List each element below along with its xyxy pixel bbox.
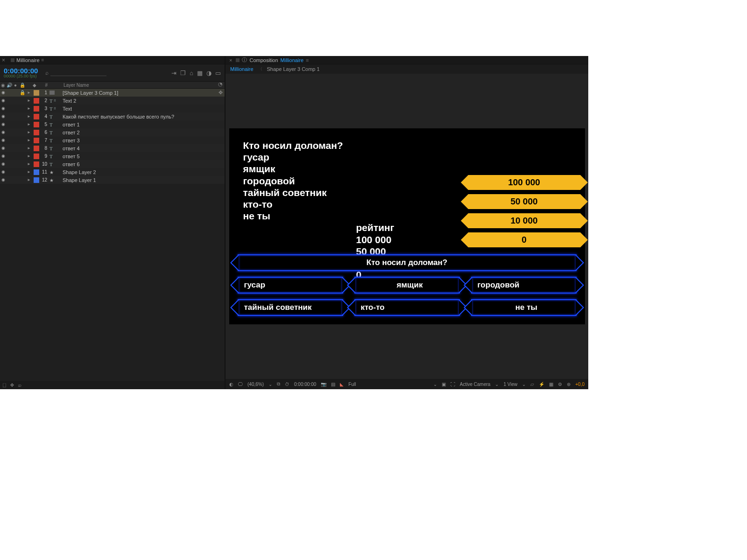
chevron-down-icon[interactable]: ⌄: [433, 382, 437, 387]
layer-search[interactable]: ⌕: [45, 70, 167, 76]
tab-menu-icon[interactable]: ≡: [306, 57, 309, 63]
twirl-icon[interactable]: ►: [27, 146, 33, 150]
frame-blend-icon[interactable]: ▦: [197, 70, 203, 77]
layer-row[interactable]: ◉🔒►1[Shape Layer 3 Comp 1]: [0, 89, 225, 97]
video-toggle-icon[interactable]: ◉: [1, 98, 5, 103]
monitor-icon[interactable]: 🖵: [238, 382, 243, 387]
video-toggle-icon[interactable]: ◉: [1, 91, 5, 95]
twirl-icon[interactable]: ►: [27, 114, 33, 119]
pixel-aspect-icon[interactable]: ▱: [530, 382, 534, 387]
resolution-icon[interactable]: ⧉: [277, 381, 280, 387]
renderer-icon[interactable]: ⚙: [558, 382, 562, 387]
video-toggle-icon[interactable]: ◉: [1, 122, 5, 126]
twirl-icon[interactable]: ►: [27, 106, 33, 111]
layer-color-swatch[interactable]: [34, 130, 39, 135]
resolution-dropdown[interactable]: Full: [348, 382, 356, 387]
video-toggle-icon[interactable]: ◉: [1, 114, 5, 119]
toggle-modes-icon[interactable]: ❖: [10, 382, 14, 388]
lock-column-icon[interactable]: 🔒: [20, 83, 25, 88]
solo-column-icon[interactable]: ●: [14, 83, 17, 88]
current-timecode[interactable]: 0:00:00:00 00000 (25.00 fps): [4, 67, 38, 78]
layer-name-header[interactable]: Layer Name: [62, 83, 225, 88]
timeline-tab[interactable]: Millionaire ≡: [7, 57, 48, 63]
video-toggle-icon[interactable]: ◉: [1, 170, 5, 174]
channels-icon[interactable]: ▤: [331, 382, 335, 387]
breadcrumb-child[interactable]: Shape Layer 3 Comp 1: [267, 66, 320, 72]
snapshot-icon[interactable]: 📷: [321, 382, 326, 387]
transparency-grid-icon[interactable]: ▦: [549, 382, 553, 387]
layer-color-swatch[interactable]: [34, 161, 39, 167]
layer-color-swatch[interactable]: [34, 90, 39, 96]
alpha-icon[interactable]: ◐: [229, 382, 233, 387]
layer-color-swatch[interactable]: [34, 114, 39, 119]
layer-row[interactable]: ◉►9Tответ 5: [0, 152, 225, 160]
fast-preview-icon[interactable]: ⚡: [539, 382, 544, 387]
layer-name[interactable]: Text: [62, 106, 225, 112]
view-layout-icon[interactable]: ▣: [442, 382, 446, 387]
layer-name[interactable]: Какой пистолет выпускает больше всего пу…: [62, 114, 225, 119]
layer-color-swatch[interactable]: [34, 138, 39, 143]
layer-row[interactable]: ◉►8Tответ 4: [0, 144, 225, 152]
composition-mini-flowchart-icon[interactable]: ⇥: [171, 70, 176, 77]
twirl-icon[interactable]: ►: [27, 162, 33, 166]
layer-name[interactable]: Shape Layer 1: [62, 177, 225, 183]
graph-editor-icon[interactable]: ▭: [215, 70, 221, 77]
layer-row[interactable]: ◉►6Tответ 2: [0, 128, 225, 136]
layer-row[interactable]: ◉►11Shape Layer 2: [0, 168, 225, 176]
chevron-down-icon[interactable]: ⌄: [268, 382, 272, 387]
close-tab-icon[interactable]: ×: [0, 57, 7, 63]
twirl-icon[interactable]: ►: [27, 91, 33, 95]
layer-name[interactable]: ответ 3: [62, 138, 225, 143]
layer-row[interactable]: ◉►2T⌗Text 2: [0, 97, 225, 105]
twirl-icon[interactable]: ►: [27, 178, 33, 182]
layer-name[interactable]: ответ 2: [62, 130, 225, 135]
twirl-icon[interactable]: ►: [27, 122, 33, 126]
video-toggle-icon[interactable]: ◉: [1, 138, 5, 142]
draft3d-icon[interactable]: ❐: [180, 70, 186, 77]
guides-icon[interactable]: ⊕: [567, 382, 571, 387]
composition-canvas[interactable]: Кто носил доломан? гусар ямщик городовой…: [229, 128, 585, 324]
toggle-in-out-icon[interactable]: ⎄: [18, 382, 21, 388]
layer-name[interactable]: ответ 4: [62, 146, 225, 151]
layer-color-swatch[interactable]: [34, 122, 39, 127]
video-toggle-icon[interactable]: ◉: [1, 146, 5, 150]
zoom-readout[interactable]: (40,6%): [247, 382, 264, 387]
layer-name[interactable]: [Shape Layer 3 Comp 1]: [62, 90, 225, 96]
layer-color-swatch[interactable]: [34, 146, 39, 151]
region-icon[interactable]: ◣: [340, 382, 344, 387]
layer-row[interactable]: ◉►3T⌗Text: [0, 105, 225, 112]
twirl-icon[interactable]: ►: [27, 98, 33, 103]
layer-color-swatch[interactable]: [34, 106, 39, 112]
layer-row[interactable]: ◉►7Tответ 3: [0, 136, 225, 144]
lock-toggle[interactable]: 🔒: [18, 90, 27, 95]
chevron-down-icon[interactable]: ⌄: [522, 382, 526, 387]
layer-name[interactable]: ответ 6: [62, 161, 225, 167]
motion-blur-icon[interactable]: ◑: [206, 70, 211, 77]
twirl-icon[interactable]: ►: [27, 154, 33, 158]
layer-name[interactable]: ответ 1: [62, 122, 225, 127]
search-input[interactable]: [50, 70, 106, 76]
twirl-icon[interactable]: ►: [27, 170, 33, 174]
viewer-area[interactable]: Кто носил доломан? гусар ямщик городовой…: [226, 74, 588, 379]
layer-color-swatch[interactable]: [34, 154, 39, 159]
twirl-icon[interactable]: ►: [27, 138, 33, 142]
layer-name[interactable]: Text 2: [62, 98, 225, 104]
layer-row[interactable]: ◉►10Tответ 6: [0, 160, 225, 168]
twirl-icon[interactable]: ►: [27, 130, 33, 134]
composition-tab[interactable]: ⓘ Composition Millionaire ≡: [236, 56, 309, 63]
layer-row[interactable]: ◉►4TКакой пистолет выпускает больше всег…: [0, 112, 225, 120]
video-toggle-icon[interactable]: ◉: [1, 162, 5, 166]
exposure-readout[interactable]: +0,0: [575, 382, 585, 387]
video-column-icon[interactable]: ◉: [1, 83, 5, 88]
layer-color-swatch[interactable]: [34, 98, 39, 104]
layer-name[interactable]: Shape Layer 2: [62, 169, 225, 175]
chevron-down-icon[interactable]: ⌄: [495, 382, 499, 387]
video-toggle-icon[interactable]: ◉: [1, 106, 5, 111]
close-tab-icon[interactable]: ×: [229, 57, 232, 63]
3d-view-icon[interactable]: ⛶: [451, 382, 455, 387]
hide-shy-icon[interactable]: ⌂: [190, 70, 193, 77]
breadcrumb-active[interactable]: Millionaire: [230, 66, 254, 72]
layer-name[interactable]: ответ 5: [62, 154, 225, 159]
audio-column-icon[interactable]: 🔊: [7, 83, 12, 88]
camera-dropdown[interactable]: Active Camera: [460, 382, 491, 387]
